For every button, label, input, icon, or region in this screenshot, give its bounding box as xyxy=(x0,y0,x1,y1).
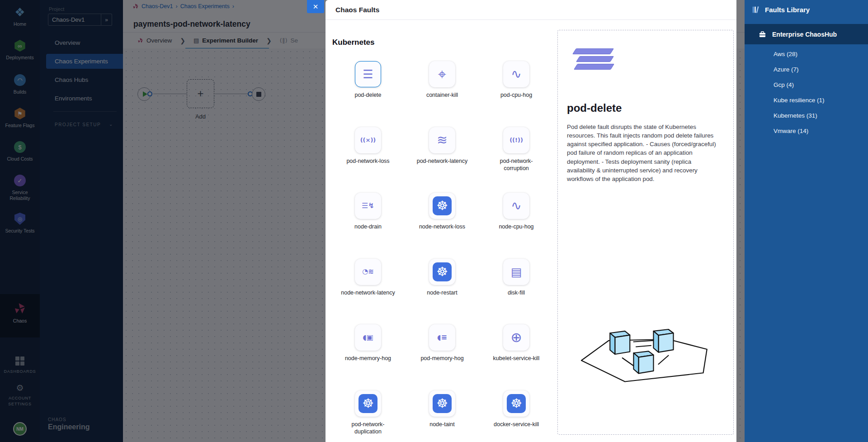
pod-topology-illustration xyxy=(571,315,721,408)
fault-card-node-restart[interactable]: node-restart xyxy=(427,259,457,325)
fault-name: pod-delete xyxy=(354,91,381,99)
network-corruption-icon xyxy=(509,137,523,143)
hub-label: Enterprise ChaosHub xyxy=(772,31,837,38)
fault-name: pod-cpu-hog xyxy=(500,91,532,99)
fault-card-pod-network-corruption[interactable]: pod-network-corruption xyxy=(489,127,544,193)
network-loss-icon xyxy=(360,137,376,143)
fault-card-docker-service-kill[interactable]: docker-service-kill xyxy=(494,390,539,442)
crosshair-icon xyxy=(438,67,446,81)
library-icon xyxy=(752,6,760,14)
kubernetes-wheel-icon xyxy=(507,394,526,413)
target-icon xyxy=(510,331,522,344)
network-latency-icon xyxy=(437,134,447,147)
fault-card-pod-memory-hog[interactable]: pod-memory-hog xyxy=(420,324,463,390)
fault-card-pod-cpu-hog[interactable]: pod-cpu-hog xyxy=(500,61,532,127)
close-icon: ✕ xyxy=(313,3,319,11)
fault-card-pod-network-latency[interactable]: pod-network-latency xyxy=(417,127,468,193)
category-azure[interactable]: Azure (7) xyxy=(745,62,868,77)
fault-detail-description: Pod delete fault disrupts the state of K… xyxy=(567,123,719,183)
pod-stack-icon xyxy=(363,68,373,80)
memory-hog-icon xyxy=(363,334,373,341)
fault-card-node-memory-hog[interactable]: node-memory-hog xyxy=(345,324,391,390)
fault-name: pod-network-loss xyxy=(346,157,389,165)
chaos-faults-modal: Chaos Faults Kubernetes pod-delete conta… xyxy=(326,0,736,442)
fault-detail-panel: pod-delete Pod delete fault disrupts the… xyxy=(557,30,734,435)
cpu-pulse-icon xyxy=(511,200,521,212)
memory-hog-icon xyxy=(437,334,447,341)
fault-card-pod-network-duplication[interactable]: pod-network-duplication xyxy=(340,390,396,442)
category-aws[interactable]: Aws (28) xyxy=(745,47,868,62)
fault-card-container-kill[interactable]: container-kill xyxy=(426,61,458,127)
category-vmware[interactable]: Vmware (14) xyxy=(745,124,868,139)
fault-name: node-network-loss xyxy=(419,223,465,231)
node-drain-icon xyxy=(362,202,374,209)
kubernetes-wheel-icon xyxy=(433,196,452,215)
kubernetes-wheel-icon xyxy=(433,394,452,413)
fault-card-kubelet-service-kill[interactable]: kubelet-service-kill xyxy=(493,324,540,390)
fault-card-node-drain[interactable]: node-drain xyxy=(354,193,382,259)
cpu-pulse-icon xyxy=(511,68,521,81)
fault-card-pod-delete[interactable]: pod-delete xyxy=(354,61,381,127)
fault-name: node-memory-hog xyxy=(345,355,391,362)
fault-name: pod-network-latency xyxy=(417,157,468,165)
close-button[interactable]: ✕ xyxy=(307,0,324,13)
pod-delete-large-icon xyxy=(572,47,613,70)
fault-name: pod-network-corruption xyxy=(489,157,544,172)
category-kube-resilience[interactable]: Kube resilience (1) xyxy=(745,93,868,108)
fault-name: node-drain xyxy=(354,223,382,231)
fault-name: pod-memory-hog xyxy=(420,355,463,362)
fault-name: pod-network-duplication xyxy=(340,421,396,436)
kubernetes-wheel-icon xyxy=(433,262,452,281)
fault-card-disk-fill[interactable]: disk-fill xyxy=(503,259,529,325)
faults-library-title: Faults Library xyxy=(765,6,810,14)
hub-item-enterprise-chaoshub[interactable]: Enterprise ChaosHub xyxy=(745,24,868,44)
fault-card-node-taint[interactable]: node-taint xyxy=(429,390,455,442)
fault-name: docker-service-kill xyxy=(494,421,539,428)
category-kubernetes[interactable]: Kubernetes (31) xyxy=(745,108,868,124)
fault-name: node-restart xyxy=(427,289,457,297)
fault-card-pod-network-loss[interactable]: pod-network-loss xyxy=(346,127,389,193)
faults-library-header: Faults Library xyxy=(745,0,868,14)
modal-title: Chaos Faults xyxy=(326,0,736,20)
fault-card-node-network-loss[interactable]: node-network-loss xyxy=(419,193,465,259)
fault-grid: pod-delete container-kill pod-cpu-hog po… xyxy=(331,61,556,442)
fault-card-node-cpu-hog[interactable]: node-cpu-hog xyxy=(499,193,533,259)
app-root: ❖ Home ∞ Deployments ◠ Builds ⚑ Feature … xyxy=(0,0,868,442)
kubernetes-wheel-icon xyxy=(359,394,377,413)
category-gcp[interactable]: Gcp (4) xyxy=(745,77,868,93)
fault-name: disk-fill xyxy=(508,289,525,297)
faults-library-sidebar: Faults Library Enterprise ChaosHub Aws (… xyxy=(745,0,868,442)
fault-category-list: Aws (28) Azure (7) Gcp (4) Kube resilien… xyxy=(745,47,868,139)
fault-name: node-cpu-hog xyxy=(499,223,533,231)
disk-icon xyxy=(511,266,522,278)
faults-section-title: Kubernetes xyxy=(332,38,375,47)
fault-name: node-network-latency xyxy=(341,289,395,297)
gauge-waves-icon xyxy=(362,268,374,275)
fault-detail-title: pod-delete xyxy=(567,102,622,114)
fault-card-node-network-latency[interactable]: node-network-latency xyxy=(341,259,395,325)
fault-name: container-kill xyxy=(426,91,458,99)
fault-name: kubelet-service-kill xyxy=(493,355,540,362)
fault-name: node-taint xyxy=(429,421,455,428)
briefcase-icon xyxy=(759,31,766,38)
